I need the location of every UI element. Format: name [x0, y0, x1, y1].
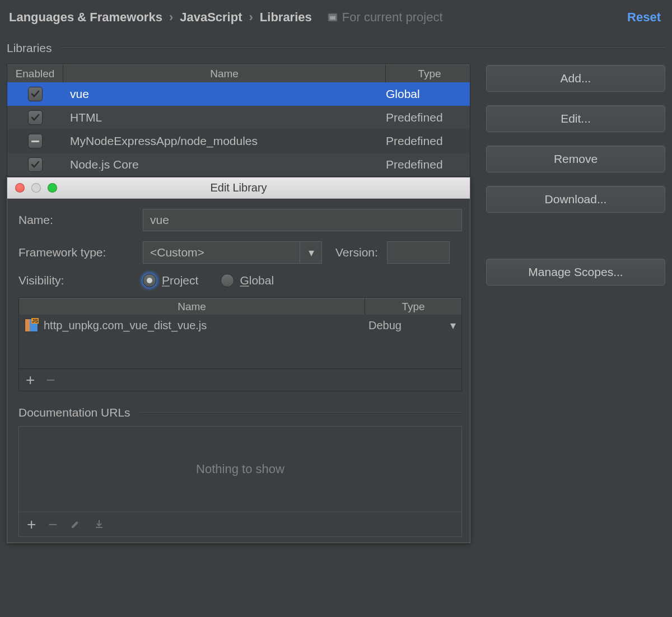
docs-empty-text: Nothing to show: [19, 427, 461, 512]
window-zoom-icon[interactable]: [48, 183, 57, 193]
libraries-section-title: Libraries: [0, 41, 672, 55]
radio-project-label: roject: [170, 274, 198, 287]
checkbox[interactable]: [28, 157, 43, 172]
radio-icon: [221, 274, 234, 287]
files-table-header: Name Type: [19, 298, 461, 315]
window-minimize-icon: [31, 183, 41, 193]
files-toolbar: + −: [19, 368, 461, 391]
crumb-libraries[interactable]: Libraries: [260, 10, 312, 25]
divider: [61, 48, 665, 49]
checkbox[interactable]: [28, 87, 43, 101]
visibility-project-radio[interactable]: Project: [143, 274, 198, 287]
download-button[interactable]: Download...: [486, 186, 665, 213]
add-doc-button[interactable]: +: [27, 517, 36, 532]
library-type: Predefined: [386, 158, 470, 171]
docs-label: Documentation URLs: [18, 406, 130, 419]
chevron-right-icon: ›: [249, 10, 253, 25]
add-file-button[interactable]: +: [26, 372, 35, 388]
divider: [139, 412, 462, 413]
remove-button[interactable]: Remove: [486, 146, 665, 172]
edit-doc-button[interactable]: [70, 517, 81, 532]
breadcrumb: Languages & Frameworks › JavaScript › Li…: [0, 0, 672, 39]
col-file-name[interactable]: Name: [19, 298, 365, 315]
library-type: Global: [386, 87, 470, 101]
js-file-icon: [25, 319, 38, 332]
table-row[interactable]: vue Global: [7, 82, 470, 106]
visibility-label: Visibility:: [18, 274, 134, 287]
project-scope-icon: [328, 12, 338, 22]
table-row[interactable]: MyNodeExpressApp/node_modules Predefined: [7, 129, 470, 153]
library-name: HTML: [63, 111, 386, 124]
name-label: Name:: [18, 213, 134, 227]
scope-label: For current project: [342, 10, 443, 25]
library-name: Node.js Core: [63, 158, 386, 171]
dialog-titlebar[interactable]: Edit Library: [7, 177, 470, 199]
table-row[interactable]: http_unpkg.com_vue_dist_vue.js Debug ▾: [19, 315, 461, 336]
checkbox-indeterminate[interactable]: [28, 134, 43, 148]
library-type: Predefined: [386, 111, 470, 124]
reset-link[interactable]: Reset: [627, 10, 661, 25]
library-type: Predefined: [386, 134, 470, 148]
dialog-title: Edit Library: [7, 181, 470, 194]
file-name: http_unpkg.com_vue_dist_vue.js: [44, 319, 365, 332]
remove-file-button[interactable]: −: [46, 372, 55, 388]
window-close-icon[interactable]: [15, 183, 25, 193]
download-doc-button[interactable]: [94, 517, 105, 532]
libraries-label: Libraries: [7, 41, 52, 55]
col-name[interactable]: Name: [63, 64, 386, 82]
edit-button[interactable]: Edit...: [486, 105, 665, 132]
version-field[interactable]: [387, 241, 450, 264]
name-field[interactable]: [143, 209, 462, 231]
framework-label: Framework type:: [18, 246, 134, 259]
file-type-select[interactable]: Debug ▾: [365, 319, 461, 332]
radio-global-label: lobal: [249, 274, 274, 287]
docs-list: Nothing to show + −: [18, 426, 462, 537]
version-label: Version:: [335, 246, 378, 259]
library-files-table: Name Type http_unpkg.com_vue_dist_vue.js…: [18, 297, 462, 391]
svg-rect-1: [330, 16, 335, 20]
checkbox[interactable]: [28, 110, 43, 125]
edit-library-dialog: Edit Library Name: Framework type: ▾ Ver…: [7, 177, 470, 543]
libraries-table: Enabled Name Type vue Global HTML Predef…: [7, 64, 470, 177]
docs-toolbar: + −: [19, 512, 461, 536]
remove-doc-button[interactable]: −: [48, 517, 57, 532]
action-buttons: Add... Edit... Remove Download... Manage…: [486, 64, 665, 598]
crumb-javascript[interactable]: JavaScript: [180, 10, 242, 25]
crumb-languages-frameworks[interactable]: Languages & Frameworks: [9, 10, 162, 25]
file-type-value: Debug: [368, 319, 402, 332]
manage-scopes-button[interactable]: Manage Scopes...: [486, 259, 665, 286]
col-file-type[interactable]: Type: [365, 298, 461, 315]
col-type[interactable]: Type: [386, 64, 470, 82]
chevron-down-icon: ▾: [450, 319, 456, 332]
col-enabled[interactable]: Enabled: [7, 64, 63, 82]
docs-section-title: Documentation URLs: [18, 406, 462, 419]
framework-type-select[interactable]: ▾: [143, 241, 322, 264]
framework-type-value[interactable]: [143, 241, 322, 264]
table-row[interactable]: HTML Predefined: [7, 106, 470, 129]
table-row[interactable]: Node.js Core Predefined: [7, 153, 470, 176]
library-name: vue: [63, 87, 386, 101]
radio-icon: [143, 274, 156, 287]
chevron-right-icon: ›: [169, 10, 173, 25]
library-name: MyNodeExpressApp/node_modules: [63, 134, 386, 148]
visibility-global-radio[interactable]: Global: [221, 274, 274, 287]
libraries-table-header: Enabled Name Type: [7, 64, 470, 82]
chevron-down-icon[interactable]: ▾: [300, 241, 322, 264]
add-button[interactable]: Add...: [486, 65, 665, 92]
